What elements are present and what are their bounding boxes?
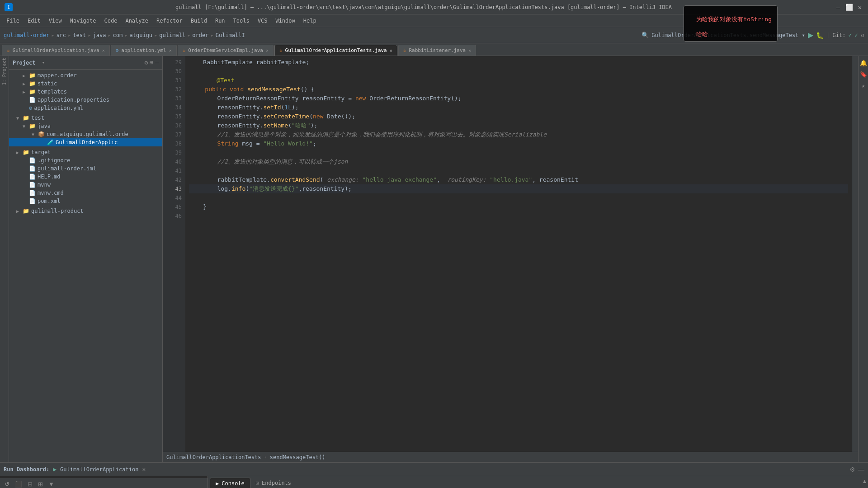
sidebar-layout-icon[interactable]: ⊞ xyxy=(150,59,153,66)
code-line-31: @Test xyxy=(189,76,848,85)
menu-navigate[interactable]: Navigate xyxy=(66,17,100,25)
menu-help[interactable]: Help xyxy=(300,17,320,25)
panel-settings-button[interactable]: ⚙ xyxy=(849,466,855,473)
run-button[interactable]: ▶ xyxy=(808,31,813,39)
git-label: Git: xyxy=(833,32,846,38)
bottom-panel: Run Dashboard: ▶ GulimallOrderApplicatio… xyxy=(0,462,868,488)
tree-item-pkg[interactable]: ▼ 📦 com.atguigu.gulimall.orde xyxy=(9,130,162,138)
folder-icon: 📁 xyxy=(23,149,29,155)
menu-build[interactable]: Build xyxy=(187,17,211,25)
tab-rabbit-listener[interactable]: ☕ RabbitListener.java ✕ xyxy=(398,45,476,56)
menu-file[interactable]: File xyxy=(3,17,23,25)
breadcrumb-gulimall-order[interactable]: gulimall-order xyxy=(4,32,49,38)
tree-label: test xyxy=(31,115,44,121)
tree-item-tests-class[interactable]: ▶ 🧪 GulimallOrderApplic xyxy=(9,138,162,146)
tree-item-help[interactable]: ▶ 📄 HELP.md xyxy=(9,173,162,181)
tree-item-mvnw-cmd[interactable]: ▶ 📄 mvnw.cmd xyxy=(9,189,162,197)
breadcrumb-java[interactable]: java xyxy=(93,32,106,38)
code-line-45: } xyxy=(189,202,848,211)
breadcrumb-src[interactable]: src xyxy=(56,32,66,38)
search-icon[interactable]: 🔍 xyxy=(642,32,649,38)
line-num-31: 31 xyxy=(163,76,182,85)
minimize-button[interactable]: — xyxy=(835,4,842,11)
tab-gulimall-tests[interactable]: ☕ GulimallOrderApplicationTests.java ✕ xyxy=(274,45,397,56)
tab-gulimall-order-app[interactable]: ☕ GulimallOrderApplication.java ✕ xyxy=(2,45,110,56)
tab-java-icon2: ☕ xyxy=(183,47,186,53)
tree-item-static[interactable]: ▶ 📁 static xyxy=(9,80,162,88)
more-button[interactable]: ▼ xyxy=(47,480,56,488)
tree-item-iml[interactable]: ▶ 📄 gulimall-order.iml xyxy=(9,164,162,173)
close-run-icon[interactable]: ✕ xyxy=(142,466,146,473)
tab-console[interactable]: ▶ Console xyxy=(210,478,250,488)
tree-item-java[interactable]: ▼ 📁 java xyxy=(9,122,162,130)
tree-item-product[interactable]: ▶ 📁 gulimall-product xyxy=(9,207,162,215)
tree-item-app-props[interactable]: ▶ 📄 application.properties xyxy=(9,96,162,104)
tab-close-3[interactable]: ✕ xyxy=(266,48,269,53)
panel-minimize-button[interactable]: — xyxy=(858,466,864,473)
line-num-45: 45 xyxy=(163,202,182,211)
menu-view[interactable]: View xyxy=(45,17,66,25)
breadcrumb-order[interactable]: order xyxy=(192,32,208,38)
filter-button[interactable]: ⊟ xyxy=(26,480,34,488)
breadcrumb-atguigu[interactable]: atguigu xyxy=(130,32,153,38)
sidebar-settings-icon[interactable]: ⚙ xyxy=(145,59,148,66)
breadcrumb-test[interactable]: test xyxy=(73,32,86,38)
sidebar-collapse-icon[interactable]: — xyxy=(155,59,159,66)
git-checkmark[interactable]: ✓ xyxy=(849,32,852,38)
tree-item-mvnw[interactable]: ▶ 📄 mvnw xyxy=(9,181,162,189)
close-button[interactable]: ✕ xyxy=(856,4,863,11)
app-icon: I xyxy=(5,3,13,11)
tab-close-2[interactable]: ✕ xyxy=(169,48,172,53)
maximize-button[interactable]: ⬜ xyxy=(845,4,853,11)
main-area: 1: Project Project ▾ ⚙ ⊞ — ▶ 📁 mapper.or… xyxy=(0,56,868,462)
git-checkmark2[interactable]: ✓ xyxy=(854,32,858,38)
line-num-43: 43 xyxy=(163,184,182,193)
tree-item-mapper[interactable]: ▶ 📁 mapper.order xyxy=(9,71,162,80)
code-line-41 xyxy=(189,166,848,175)
tab-application-yml[interactable]: ⚙ application.yml ✕ xyxy=(111,45,177,56)
tab-close-4[interactable]: ✕ xyxy=(390,48,392,53)
tree-item-gitignore[interactable]: ▶ 📄 .gitignore xyxy=(9,156,162,164)
tree-item-target[interactable]: ▶ 📁 target xyxy=(9,148,162,156)
side-notifications[interactable]: 🔔 xyxy=(860,60,867,66)
tab-close-1[interactable]: ✕ xyxy=(102,48,105,53)
debug-button[interactable]: 🐛 xyxy=(816,32,824,39)
tree-item-templates[interactable]: ▶ 📁 templates xyxy=(9,88,162,96)
console-scrollbar[interactable]: ▲ ▼ xyxy=(861,476,868,488)
folder-icon: 📁 xyxy=(29,123,36,129)
menu-run[interactable]: Run xyxy=(212,17,229,25)
tree-label: mapper.order xyxy=(38,72,77,79)
project-label[interactable]: 1: Project xyxy=(2,58,7,85)
breadcrumb-gulimall-class[interactable]: GulimallI xyxy=(216,32,245,38)
tree-item-test[interactable]: ▼ 📁 test xyxy=(9,114,162,122)
menu-vcs[interactable]: VCS xyxy=(254,17,271,25)
line-num-42: 42 xyxy=(163,175,182,184)
tab-endpoints[interactable]: ⊡ Endpoints xyxy=(250,478,297,488)
tab-close-5[interactable]: ✕ xyxy=(468,48,471,53)
menu-analyze[interactable]: Analyze xyxy=(122,17,152,25)
breadcrumb-gulimall[interactable]: gulimall xyxy=(159,32,185,38)
git-refresh[interactable]: ↺ xyxy=(861,32,864,38)
menu-window[interactable]: Window xyxy=(272,17,298,25)
editor-scrollbar[interactable] xyxy=(852,56,858,452)
expand-button[interactable]: ⊞ xyxy=(36,480,45,488)
tab-order-item-service[interactable]: ☕ OrderItemServiceImpl.java ✕ xyxy=(178,45,274,56)
code-container: 29 30 31 32 33 34 35 36 37 38 39 40 41 4… xyxy=(163,56,858,452)
breadcrumb-com[interactable]: com xyxy=(113,32,123,38)
side-favorites[interactable]: ★ xyxy=(862,82,865,89)
line-num-32: 32 xyxy=(163,85,182,94)
tree-item-pom[interactable]: ▶ 📄 pom.xml xyxy=(9,197,162,205)
breadcrumb-method: sendMessageTest() xyxy=(270,454,326,460)
tree-item-app-yml[interactable]: ▶ ⚙ application.yml xyxy=(9,104,162,112)
stop-button[interactable]: ⬛ xyxy=(13,480,24,488)
tree-label-templates: templates xyxy=(38,89,67,95)
refresh-button[interactable]: ↺ xyxy=(3,480,11,488)
code-content[interactable]: RabbitTemplate rabbitTemplate; @Test pub… xyxy=(185,56,852,452)
side-bookmarks[interactable]: 🔖 xyxy=(860,71,867,78)
menu-edit[interactable]: Edit xyxy=(24,17,44,25)
menu-tools[interactable]: Tools xyxy=(230,17,253,25)
menu-refactor[interactable]: Refactor xyxy=(153,17,186,25)
scroll-up-button[interactable]: ▲ xyxy=(862,478,868,484)
menu-code[interactable]: Code xyxy=(101,17,121,25)
code-line-46 xyxy=(189,211,848,221)
